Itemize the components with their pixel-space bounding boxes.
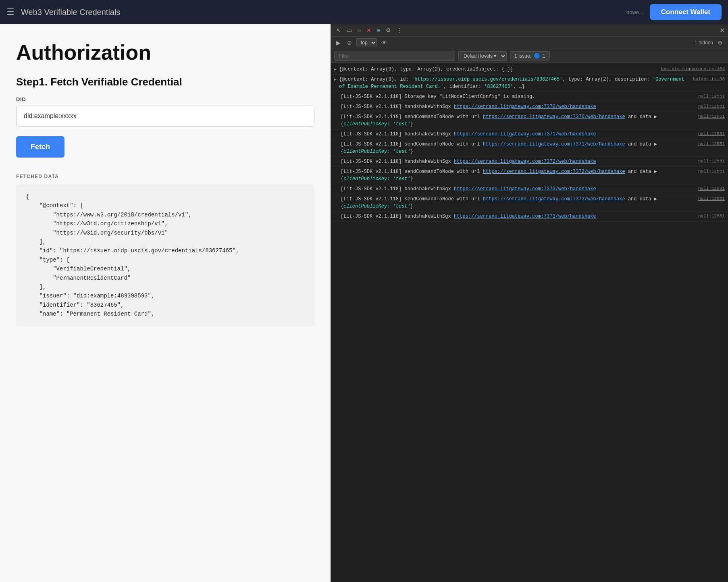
console-message: [Lit-JS-SDK v2.1.118] sendCommandToNode … [341, 141, 695, 155]
context-selector[interactable]: top [356, 38, 377, 47]
fetch-button[interactable]: Fetch [16, 136, 64, 158]
close-panel-button[interactable]: ✕ [364, 26, 373, 35]
navbar: ☰ Web3 Verifiable Credentials powe... Co… [0, 0, 728, 24]
hidden-count-button[interactable]: 1 hidden [695, 40, 713, 46]
console-entry: [Lit-JS-SDK v2.1.118] handshakeWithSgx h… [331, 129, 728, 139]
devtools-toolbar-1: ↖ ▭ » ✕ ≡ ⚙ ⋮ ✕ [331, 24, 728, 37]
app-title: Web3 Verifiable Credentials [21, 8, 626, 17]
device-toolbar-button[interactable]: ▭ [345, 26, 354, 35]
console-file-link[interactable]: null:12551 [695, 141, 725, 148]
console-output: ▶{@context: Array(3), type: Array(2), cr… [331, 63, 728, 582]
console-file-link[interactable]: null:12551 [695, 93, 725, 100]
console-message: {@context: Array(3), id: 'https://issuer… [339, 76, 690, 90]
did-label: DID [16, 96, 314, 102]
devtools-close-button[interactable]: ✕ [720, 27, 725, 34]
issue-label: 1 Issue: [514, 53, 531, 59]
devtools-toolbar-2: ▶ ⊘ top 👁 1 hidden ⚙ [331, 37, 728, 49]
console-file-link[interactable]: null:12551 [695, 168, 725, 175]
console-message: [Lit-JS-SDK v2.1.118] handshakeWithSgx h… [341, 103, 695, 110]
console-message: [Lit-JS-SDK v2.1.118] handshakeWithSgx h… [341, 213, 695, 220]
log-levels-select[interactable]: Default levels ▾ [458, 51, 507, 61]
devtools-toolbar-3: Default levels ▾ 1 Issue: 🔵 1 [331, 49, 728, 63]
more-options-button[interactable]: ⋮ [395, 26, 404, 35]
console-entry: [Lit-JS-SDK v2.1.118] handshakeWithSgx h… [331, 102, 728, 112]
console-message: [Lit-JS-SDK v2.1.118] sendCommandToNode … [341, 195, 695, 210]
fetched-data-code: { "@context": [ "https://www.w3.org/2018… [16, 184, 314, 326]
console-link[interactable]: https://serrano.litgateway.com:7372/web/… [483, 169, 625, 175]
block-button[interactable]: ⊘ [345, 38, 354, 47]
console-file-link[interactable]: bbs-bls-signature.ts:104 [658, 66, 725, 73]
console-link[interactable]: https://serrano.litgateway.com:7370/web/… [483, 114, 625, 120]
console-link[interactable]: https://serrano.litgateway.com:7373/web/… [454, 214, 596, 219]
console-link[interactable]: https://serrano.litgateway.com:7373/web/… [454, 186, 596, 192]
console-file-link[interactable]: null:12551 [695, 213, 725, 220]
console-message: [Lit-JS-SDK v2.1.118] handshakeWithSgx h… [341, 131, 695, 138]
cursor-tool-button[interactable]: ↖ [334, 26, 343, 35]
step-title: Step1. Fetch Verifiable Credential [16, 76, 314, 88]
main-layout: Authorization Step1. Fetch Verifiable Cr… [0, 24, 728, 582]
console-message: [Lit-JS-SDK v2.1.118] handshakeWithSgx h… [341, 185, 695, 193]
console-file-link[interactable]: null:12551 [695, 195, 725, 202]
console-entry: [Lit-JS-SDK v2.1.118] Storage key "LitNo… [331, 92, 728, 102]
did-input[interactable] [16, 106, 314, 127]
console-entry: [Lit-JS-SDK v2.1.118] sendCommandToNode … [331, 167, 728, 184]
console-file-link[interactable]: null:12551 [695, 113, 725, 120]
issue-count: 1 [543, 53, 545, 59]
console-message: [Lit-JS-SDK v2.1.118] Storage key "LitNo… [341, 93, 695, 100]
console-entry: [Lit-JS-SDK v2.1.118] handshakeWithSgx h… [331, 184, 728, 194]
console-file-link[interactable]: null:12551 [695, 185, 725, 192]
eye-button[interactable]: 👁 [379, 38, 389, 47]
console-entry: [Lit-JS-SDK v2.1.118] handshakeWithSgx h… [331, 212, 728, 222]
console-link[interactable]: https://serrano.litgateway.com:7371/web/… [454, 131, 596, 137]
devtools-panel: ↖ ▭ » ✕ ≡ ⚙ ⋮ ✕ ▶ ⊘ top 👁 1 hidden ⚙ [331, 24, 728, 582]
console-entry: [Lit-JS-SDK v2.1.118] handshakeWithSgx h… [331, 157, 728, 167]
console-file-link[interactable]: null:12551 [695, 131, 725, 137]
console-file-link[interactable]: holder.ts:36 [690, 76, 725, 83]
console-file-link[interactable]: null:12551 [695, 158, 725, 165]
settings-button[interactable]: ⚙ [384, 26, 393, 35]
console-entry: ▶{@context: Array(3), id: 'https://issue… [331, 75, 728, 92]
console-entry: [Lit-JS-SDK v2.1.118] sendCommandToNode … [331, 194, 728, 212]
toolbar-separator: » [357, 26, 361, 35]
page-title: Authorization [16, 40, 314, 64]
powered-label: powe... [626, 9, 643, 15]
console-message: [Lit-JS-SDK v2.1.118] handshakeWithSgx h… [341, 158, 695, 165]
console-entry: ▶{@context: Array(3), type: Array(2), cr… [331, 64, 728, 75]
fetched-data-label: FETCHED DATA [16, 174, 314, 179]
settings-button-2[interactable]: ⚙ [716, 38, 725, 47]
console-entry: [Lit-JS-SDK v2.1.118] sendCommandToNode … [331, 139, 728, 157]
hamburger-icon[interactable]: ☰ [6, 7, 15, 17]
console-link[interactable]: https://serrano.litgateway.com:7373/web/… [483, 196, 625, 202]
console-link[interactable]: https://serrano.litgateway.com:7371/web/… [483, 141, 625, 147]
connect-wallet-button[interactable]: Connect Wallet [650, 4, 722, 20]
console-entry: [Lit-JS-SDK v2.1.118] sendCommandToNode … [331, 112, 728, 129]
console-message: {@context: Array(3), type: Array(2), cre… [339, 66, 658, 73]
main-content: Authorization Step1. Fetch Verifiable Cr… [0, 24, 331, 582]
console-filter-input[interactable] [334, 51, 455, 61]
console-message: [Lit-JS-SDK v2.1.118] sendCommandToNode … [341, 168, 695, 183]
issue-icon: 🔵 [534, 53, 540, 59]
console-link[interactable]: https://serrano.litgateway.com:7370/web/… [454, 104, 596, 110]
console-message: [Lit-JS-SDK v2.1.118] sendCommandToNode … [341, 113, 695, 128]
console-link[interactable]: https://serrano.litgateway.com:7372/web/… [454, 159, 596, 164]
expand-triangle[interactable]: ▶ [334, 67, 337, 73]
issue-badge: 1 Issue: 🔵 1 [510, 51, 550, 60]
expand-triangle[interactable]: ▶ [334, 77, 337, 90]
console-file-link[interactable]: null:12551 [695, 103, 725, 110]
play-button[interactable]: ▶ [334, 38, 343, 47]
console-tab-button[interactable]: ≡ [375, 26, 382, 35]
